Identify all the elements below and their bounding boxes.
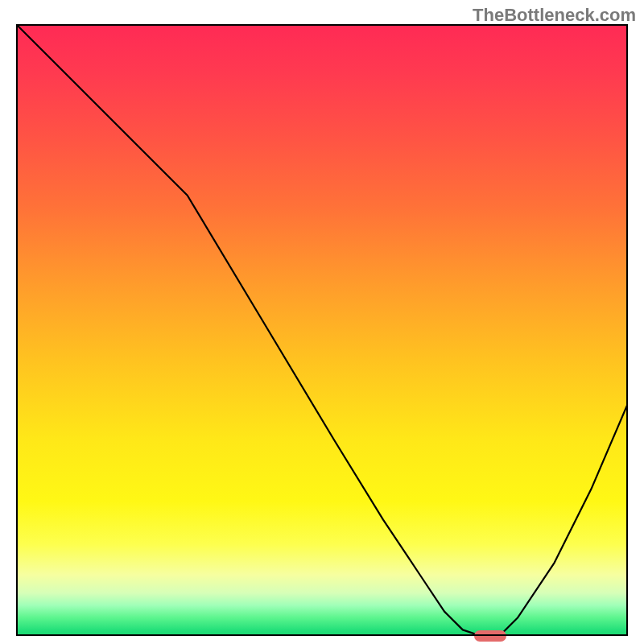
bottleneck-curve: [16, 24, 628, 636]
optimal-marker: [474, 630, 506, 642]
curve-layer: [16, 24, 628, 636]
chart-container: TheBottleneck.com: [0, 0, 644, 644]
watermark-text: TheBottleneck.com: [473, 5, 636, 26]
plot-area: [16, 24, 628, 636]
